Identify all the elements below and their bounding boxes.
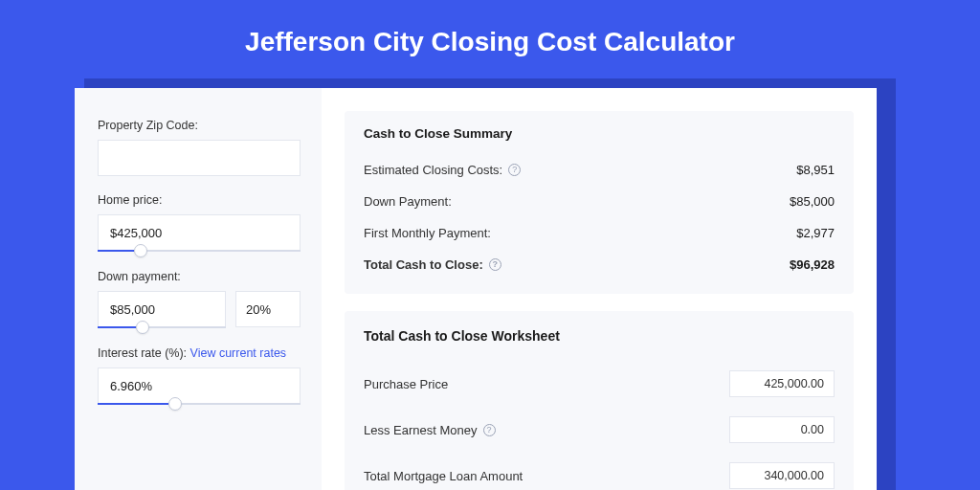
interest-rate-field: Interest rate (%): View current rates [98,346,301,406]
summary-line-closing-costs: Estimated Closing Costs: ? $8,951 [364,154,835,186]
down-payment-input[interactable] [98,291,226,327]
down-payment-pct-input[interactable] [235,291,301,327]
summary-line-total: Total Cash to Close: ? $96,928 [364,249,835,280]
interest-rate-label: Interest rate (%): [98,346,187,360]
summary-label: Down Payment: [364,194,452,209]
zip-label: Property Zip Code: [98,119,301,132]
zip-input[interactable] [98,140,301,176]
interest-rate-slider-wrap [98,368,301,406]
home-price-field: Home price: [98,193,301,253]
home-price-slider[interactable] [98,250,301,252]
summary-label: Estimated Closing Costs: [364,163,502,177]
summary-heading: Cash to Close Summary [364,126,835,141]
summary-value: $8,951 [796,163,835,177]
worksheet-row-loan-amount: Total Mortgage Loan Amount [364,453,835,490]
worksheet-input-earnest-money[interactable] [729,416,835,443]
worksheet-label: Purchase Price [364,377,448,391]
worksheet-input-purchase-price[interactable] [729,370,835,397]
home-price-input[interactable] [98,214,301,251]
worksheet-heading: Total Cash to Close Worksheet [364,328,835,344]
summary-line-first-payment: First Monthly Payment: $2,977 [364,217,835,249]
calculator-card: Property Zip Code: Home price: Down paym… [75,88,877,490]
help-icon[interactable]: ? [508,164,521,176]
summary-value: $85,000 [790,194,835,209]
help-icon[interactable]: ? [489,258,501,271]
cash-to-close-summary: Cash to Close Summary Estimated Closing … [345,111,854,294]
summary-label: First Monthly Payment: [364,226,491,240]
results-panel: Cash to Close Summary Estimated Closing … [322,88,877,490]
home-price-label: Home price: [98,193,301,207]
card-shadow: Property Zip Code: Home price: Down paym… [84,78,896,490]
interest-rate-slider[interactable] [98,403,301,405]
worksheet-label: Total Mortgage Loan Amount [364,469,523,483]
down-payment-slider-thumb[interactable] [136,321,149,334]
cash-to-close-worksheet: Total Cash to Close Worksheet Purchase P… [345,311,854,490]
down-payment-label: Down payment: [98,270,301,283]
worksheet-row-purchase-price: Purchase Price [364,361,835,407]
down-payment-field: Down payment: [98,270,301,329]
help-icon[interactable]: ? [483,424,496,436]
zip-field: Property Zip Code: [98,119,301,176]
down-payment-slider[interactable] [98,326,226,328]
summary-total-value: $96,928 [790,257,835,272]
page-title: Jefferson City Closing Cost Calculator [0,0,980,78]
summary-line-down-payment: Down Payment: $85,000 [364,186,835,217]
interest-rate-input[interactable] [98,368,301,404]
view-rates-link[interactable]: View current rates [190,346,287,360]
summary-total-label: Total Cash to Close: [364,257,483,272]
summary-value: $2,977 [796,226,835,240]
worksheet-input-loan-amount[interactable] [729,462,835,489]
home-price-slider-wrap [98,214,301,253]
worksheet-label: Less Earnest Money [364,423,478,437]
interest-rate-slider-thumb[interactable] [168,397,182,411]
home-price-slider-thumb[interactable] [134,244,147,257]
input-panel: Property Zip Code: Home price: Down paym… [75,88,322,490]
down-payment-slider-wrap [98,291,226,329]
worksheet-row-earnest-money: Less Earnest Money ? [364,407,835,453]
interest-rate-label-wrap: Interest rate (%): View current rates [98,346,301,360]
